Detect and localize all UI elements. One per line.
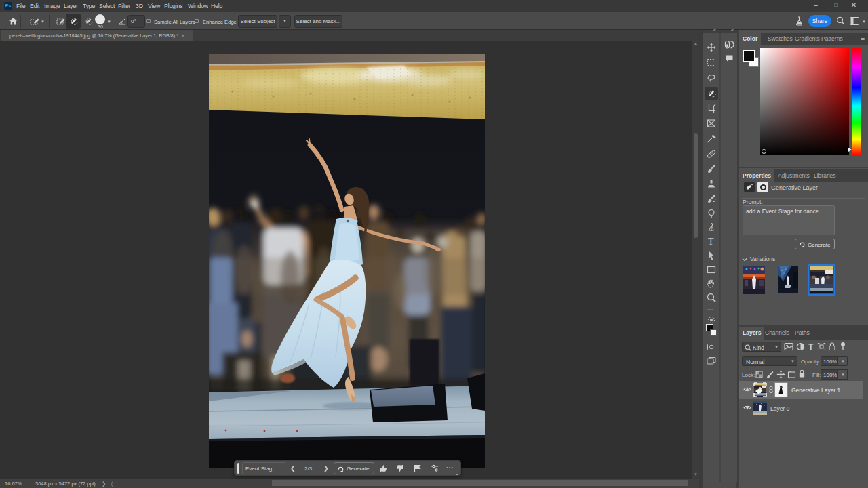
svg-text:T: T: [808, 342, 814, 351]
svg-text:T: T: [708, 237, 714, 247]
